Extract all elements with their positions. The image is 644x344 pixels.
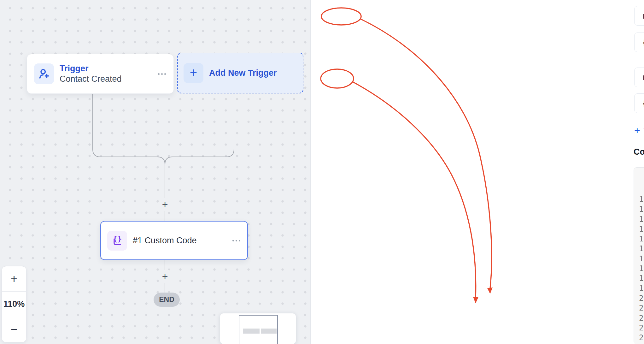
code-section-label: Code xyxy=(634,147,644,157)
add-step-button-upper[interactable]: + xyxy=(159,198,171,211)
add-step-button-lower[interactable]: + xyxy=(159,270,171,283)
add-property-button[interactable]: + Add property xyxy=(634,122,644,141)
add-new-trigger-label: Add New Trigger xyxy=(209,68,277,78)
curly-braces-code-icon: {} xyxy=(107,231,127,251)
code-editor[interactable]: 78910⌄111213141516⌄1718⌄192021222324 con… xyxy=(634,167,644,344)
line-number: 23 xyxy=(634,323,644,333)
line-number: 11 xyxy=(634,204,644,214)
minimap-node xyxy=(243,329,260,334)
trigger-node-title: Trigger xyxy=(60,63,122,74)
line-number: 8 xyxy=(634,175,644,185)
workflow-end-badge: END xyxy=(154,293,180,307)
property-value-field-nfc[interactable]: {{contact.phone}} xyxy=(634,93,644,113)
line-number: 7 xyxy=(634,167,644,175)
trigger-node[interactable]: Trigger Contact Created xyxy=(27,54,174,94)
canvas-zoom-control: + 110% − xyxy=(2,266,26,342)
zoom-level: 110% xyxy=(2,291,26,317)
code-editor-gutter: 78910⌄111213141516⌄1718⌄192021222324 xyxy=(634,168,644,344)
line-number: 20 xyxy=(634,293,644,303)
plus-icon: + xyxy=(184,63,203,83)
user-plus-icon xyxy=(34,63,54,84)
connector-lines xyxy=(0,0,310,344)
line-number: 19 xyxy=(634,283,644,294)
line-number: 18⌄ xyxy=(634,273,644,283)
line-number: 16⌄ xyxy=(634,254,644,264)
line-number: 14 xyxy=(634,234,644,244)
line-number: 22 xyxy=(634,313,644,323)
line-number: 24 xyxy=(634,333,644,343)
ellipsis-icon[interactable] xyxy=(158,73,166,75)
line-number: 9 xyxy=(634,185,644,195)
zoom-in-button[interactable]: + xyxy=(2,266,26,291)
ellipsis-icon[interactable] xyxy=(232,240,240,241)
line-number: 21 xyxy=(634,303,644,313)
property-value-field-name[interactable]: {{contact.name}} xyxy=(634,33,644,52)
add-new-trigger-button[interactable]: + Add New Trigger xyxy=(177,53,303,93)
line-number: 13 xyxy=(634,224,644,234)
plus-icon: + xyxy=(634,125,640,137)
line-number: 10⌄ xyxy=(634,194,644,205)
trigger-node-subtitle: Contact Created xyxy=(60,74,122,84)
line-number: 12 xyxy=(634,214,644,224)
line-number: 15 xyxy=(634,244,644,254)
custom-code-node[interactable]: {} #1 Custom Code xyxy=(100,221,248,260)
property-key-input-name[interactable] xyxy=(634,6,644,26)
minimap-node xyxy=(261,329,277,334)
custom-code-node-label: #1 Custom Code xyxy=(133,236,197,246)
zoom-out-button[interactable]: − xyxy=(2,317,26,342)
canvas-minimap[interactable] xyxy=(220,313,296,344)
line-number: 17 xyxy=(634,264,644,274)
workflow-canvas[interactable]: Trigger Contact Created + Add New Trigge… xyxy=(0,0,310,344)
property-key-input-nfc[interactable] xyxy=(634,68,644,87)
action-settings-panel: {{contact.name}} {{contact.phone}} + Add… xyxy=(311,0,644,344)
